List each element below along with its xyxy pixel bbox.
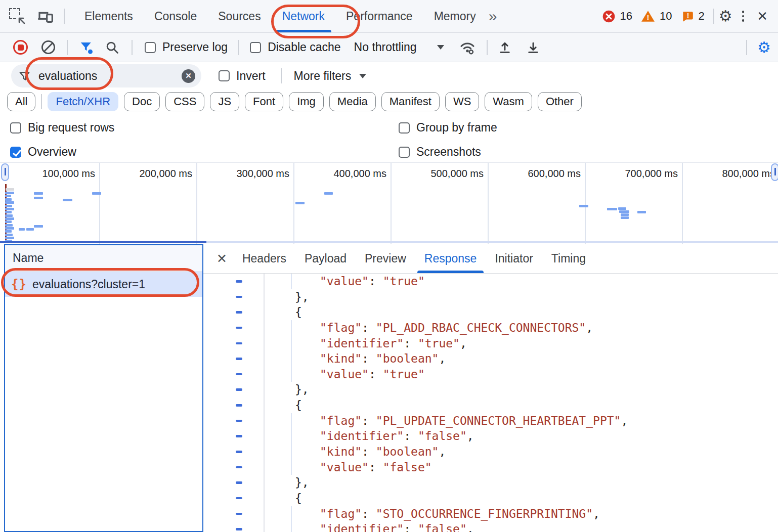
clear-filter-icon[interactable]: ✕ — [182, 69, 195, 83]
tab-sources[interactable]: Sources — [207, 0, 271, 32]
type-chip-ws[interactable]: WS — [445, 92, 479, 111]
network-settings-gear-icon[interactable]: ⚙ — [757, 40, 771, 55]
disable-cache-label[interactable]: Disable cache — [268, 40, 340, 54]
code-text: "flag": "STO_OCCURRENCE_FINGERPRINTING", — [320, 506, 600, 522]
timeline-request-bar — [5, 201, 14, 204]
issue-count[interactable]: 2 — [699, 10, 705, 23]
inspect-cursor-icon — [17, 16, 25, 24]
request-name[interactable]: evaluations?cluster=1 — [32, 278, 145, 291]
tab-elements[interactable]: Elements — [74, 0, 144, 32]
fold-marker-icon[interactable] — [236, 404, 242, 407]
invert-checkbox[interactable] — [219, 70, 230, 81]
toolbar-divider — [746, 40, 747, 55]
fold-marker-icon[interactable] — [236, 296, 242, 298]
more-filters-caret[interactable] — [359, 74, 366, 78]
fold-marker-icon[interactable] — [236, 327, 242, 329]
fold-marker-icon[interactable] — [236, 342, 242, 345]
filter-toggle-button[interactable] — [79, 40, 94, 55]
type-chip-css[interactable]: CSS — [165, 92, 204, 111]
search-button[interactable] — [105, 40, 119, 55]
settings-gear-icon[interactable]: ⚙ — [719, 9, 732, 24]
type-chip-js[interactable]: JS — [210, 92, 239, 111]
overview-label[interactable]: Overview — [28, 145, 76, 159]
code-line: }, — [203, 382, 778, 397]
fold-marker-icon[interactable] — [236, 435, 242, 437]
detail-tab-response[interactable]: Response — [415, 244, 486, 273]
fold-marker-icon[interactable] — [236, 466, 242, 469]
record-network-log-button[interactable] — [13, 40, 28, 55]
close-detail-icon[interactable]: ✕ — [211, 251, 233, 266]
device-toolbar-button[interactable] — [37, 9, 54, 24]
invert-label[interactable]: Invert — [236, 69, 266, 83]
import-har-button[interactable] — [498, 40, 512, 55]
more-filters-button[interactable]: More filters — [294, 69, 352, 83]
detail-tab-preview[interactable]: Preview — [356, 244, 415, 273]
detail-tab-headers[interactable]: Headers — [233, 244, 295, 273]
timeline-left-grip[interactable] — [1, 163, 9, 181]
fold-marker-icon[interactable] — [236, 497, 242, 500]
close-devtools-icon[interactable]: ✕ — [754, 9, 771, 24]
network-conditions-button[interactable] — [459, 40, 476, 55]
type-chip-wasm[interactable]: Wasm — [485, 92, 532, 111]
throttling-select[interactable]: No throttling — [354, 40, 417, 54]
error-count[interactable]: 16 — [620, 10, 632, 23]
big-request-rows-checkbox[interactable] — [10, 122, 21, 134]
group-by-frame-checkbox[interactable] — [399, 122, 410, 134]
export-har-button[interactable] — [526, 40, 540, 55]
big-request-rows-label[interactable]: Big request rows — [28, 121, 114, 135]
more-tabs-icon[interactable]: » — [489, 9, 497, 24]
overview-checkbox[interactable] — [10, 147, 21, 158]
fold-marker-icon[interactable] — [236, 420, 242, 422]
warning-icon[interactable]: ! — [641, 10, 655, 23]
timeline-gridline — [682, 163, 683, 244]
type-chip-media[interactable]: Media — [329, 92, 376, 111]
tab-performance[interactable]: Performance — [335, 0, 423, 32]
code-text: { — [295, 491, 302, 506]
timeline-right-grip[interactable] — [771, 163, 778, 181]
tab-console[interactable]: Console — [144, 0, 207, 32]
type-chip-all[interactable]: All — [7, 92, 35, 111]
fold-marker-icon[interactable] — [236, 311, 242, 314]
inspect-element-button[interactable] — [9, 8, 25, 24]
clear-network-log-button[interactable] — [41, 40, 56, 55]
timeline-tick-label: 600,000 ms — [500, 168, 581, 180]
detail-tab-initiator[interactable]: Initiator — [486, 244, 542, 273]
filter-input-value[interactable]: evaluations — [38, 69, 97, 83]
detail-tab-payload[interactable]: Payload — [295, 244, 356, 273]
type-chip-doc[interactable]: Doc — [124, 92, 160, 111]
tab-memory[interactable]: Memory — [423, 0, 487, 32]
overflow-menu-icon[interactable] — [737, 11, 750, 22]
filter-input[interactable]: evaluations ✕ — [11, 64, 201, 87]
network-overview-timeline[interactable]: 100,000 ms200,000 ms300,000 ms400,000 ms… — [0, 162, 778, 244]
type-chip-img[interactable]: Img — [289, 92, 324, 111]
disable-cache-checkbox[interactable] — [250, 42, 261, 53]
response-body[interactable]: "value": "true"},{"flag": "PL_ADD_RBAC_C… — [203, 274, 778, 532]
name-column-header[interactable]: Name — [5, 245, 202, 272]
type-chip-manifest[interactable]: Manifest — [381, 92, 440, 111]
throttling-dropdown-caret[interactable] — [437, 45, 444, 50]
type-chip-fetch-xhr[interactable]: Fetch/XHR — [48, 92, 118, 111]
fold-marker-icon[interactable] — [236, 481, 242, 484]
screenshots-label[interactable]: Screenshots — [416, 145, 481, 159]
fold-marker-icon[interactable] — [236, 513, 242, 515]
type-chip-font[interactable]: Font — [245, 92, 283, 111]
indent-guide — [291, 351, 292, 367]
fold-marker-icon[interactable] — [236, 358, 242, 360]
preserve-log-label[interactable]: Preserve log — [162, 40, 228, 54]
group-by-frame-label[interactable]: Group by frame — [416, 121, 497, 135]
preserve-log-checkbox[interactable] — [145, 42, 156, 53]
fold-marker-icon[interactable] — [236, 373, 242, 376]
error-icon[interactable] — [602, 10, 616, 23]
fold-marker-icon[interactable] — [236, 451, 242, 453]
detail-tab-timing[interactable]: Timing — [542, 244, 595, 273]
warning-count[interactable]: 10 — [660, 10, 672, 23]
screenshots-checkbox[interactable] — [399, 147, 410, 158]
fold-marker-icon[interactable] — [236, 388, 242, 391]
request-row[interactable]: {} evaluations?cluster=1 — [5, 272, 202, 297]
type-chip-other[interactable]: Other — [538, 92, 582, 111]
tab-network[interactable]: Network — [272, 0, 335, 32]
fold-marker-icon[interactable] — [236, 528, 242, 530]
issues-icon[interactable]: ! — [681, 10, 694, 23]
fold-marker-icon[interactable] — [236, 280, 242, 283]
screenshots-option: Screenshots — [399, 145, 481, 159]
